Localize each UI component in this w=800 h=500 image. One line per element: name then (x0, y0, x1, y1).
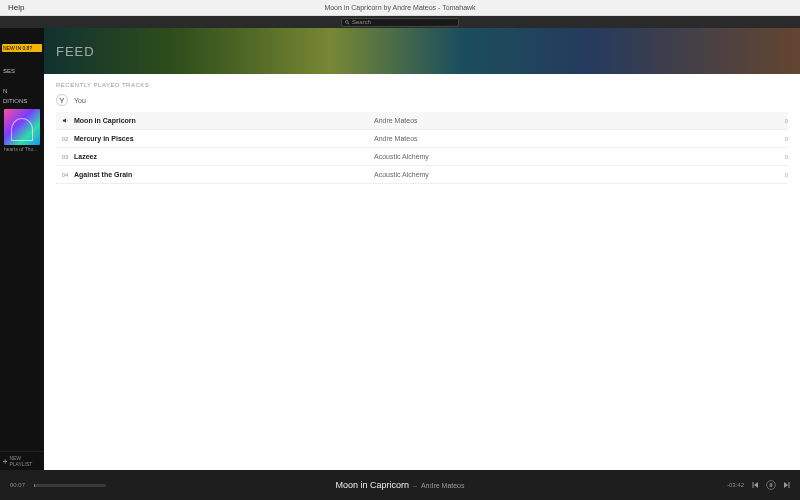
sidebar-item[interactable]: DITIONS (0, 96, 44, 106)
sidebar: NEW IN 0.8? SES N DITIONS hearts of Tho.… (0, 28, 44, 470)
window-title: Moon in Capricorn by Andre Mateos - Toma… (324, 4, 475, 11)
search-input[interactable] (352, 19, 455, 25)
track-row[interactable]: Moon in CapricornAndre Mateos0 (56, 112, 788, 130)
next-button[interactable] (782, 480, 792, 490)
track-title: Mercury in Pisces (74, 135, 374, 142)
page-title: FEED (56, 44, 95, 59)
now-playing-artist[interactable]: Andre Mateos (421, 482, 465, 489)
remaining-time: -03:42 (727, 482, 744, 488)
now-playing-indicator (56, 117, 74, 124)
track-index: 02 (56, 136, 74, 142)
create-playlist-label: NEW PLAYLIST (9, 455, 41, 467)
now-playing: Moon in Capricorn – Andre Mateos (335, 480, 464, 490)
track-row[interactable]: 04Against the GrainAcoustic Alchemy0 (56, 166, 788, 184)
track-artist: Andre Mateos (374, 117, 770, 124)
feed-hero: FEED (44, 28, 800, 74)
track-artist: Andre Mateos (374, 135, 770, 142)
avatar[interactable]: Y (56, 94, 68, 106)
feed-user-row: Y You (44, 92, 800, 112)
next-icon (783, 481, 791, 489)
track-title: Moon in Capricorn (74, 117, 374, 124)
prev-button[interactable] (750, 480, 760, 490)
main-content: FEED RECENTLY PLAYED TRACKS Y You Moon i… (44, 28, 800, 470)
tracks-list: Moon in CapricornAndre Mateos002Mercury … (44, 112, 800, 184)
plus-icon (3, 459, 7, 464)
section-label: RECENTLY PLAYED TRACKS (44, 74, 800, 92)
seek-bar[interactable] (34, 484, 106, 487)
menubar: Help Moon in Capricorn by Andre Mateos -… (0, 0, 800, 16)
search-icon (345, 20, 350, 25)
speaker-icon (62, 117, 69, 124)
track-index: 03 (56, 154, 74, 160)
progress-area: 00:07 (0, 482, 106, 488)
player-bar: 00:07 Moon in Capricorn – Andre Mateos -… (0, 470, 800, 500)
prev-icon (751, 481, 759, 489)
track-artist: Acoustic Alchemy (374, 153, 770, 160)
play-pause-button[interactable] (766, 480, 776, 490)
now-playing-song[interactable]: Moon in Capricorn (335, 480, 409, 490)
search-field-wrap[interactable] (341, 18, 459, 27)
track-duration: 0 (770, 154, 788, 160)
track-artist: Acoustic Alchemy (374, 171, 770, 178)
sidebar-item[interactable]: SES (0, 66, 44, 76)
create-new-playlist-button[interactable]: NEW PLAYLIST (0, 451, 44, 470)
track-title: Against the Grain (74, 171, 374, 178)
track-row[interactable]: 02Mercury in PiscesAndre Mateos0 (56, 130, 788, 148)
track-title: Lazeez (74, 153, 374, 160)
sidebar-album-title: hearts of Tho... (0, 146, 44, 152)
svg-point-0 (767, 481, 776, 490)
now-playing-dash: – (413, 482, 417, 489)
sidebar-whats-new-badge[interactable]: NEW IN 0.8? (2, 44, 42, 52)
feed-user-name: You (74, 97, 86, 104)
menu-help[interactable]: Help (8, 3, 24, 12)
elapsed-time: 00:07 (10, 482, 30, 488)
track-duration: 0 (770, 136, 788, 142)
track-duration: 0 (770, 172, 788, 178)
toolbar (0, 16, 800, 28)
track-duration: 0 (770, 118, 788, 124)
pause-icon (766, 480, 776, 490)
sidebar-item[interactable]: N (0, 86, 44, 96)
track-index: 04 (56, 172, 74, 178)
sidebar-album-art[interactable] (4, 109, 40, 145)
track-row[interactable]: 03LazeezAcoustic Alchemy0 (56, 148, 788, 166)
seek-fill (34, 484, 35, 487)
